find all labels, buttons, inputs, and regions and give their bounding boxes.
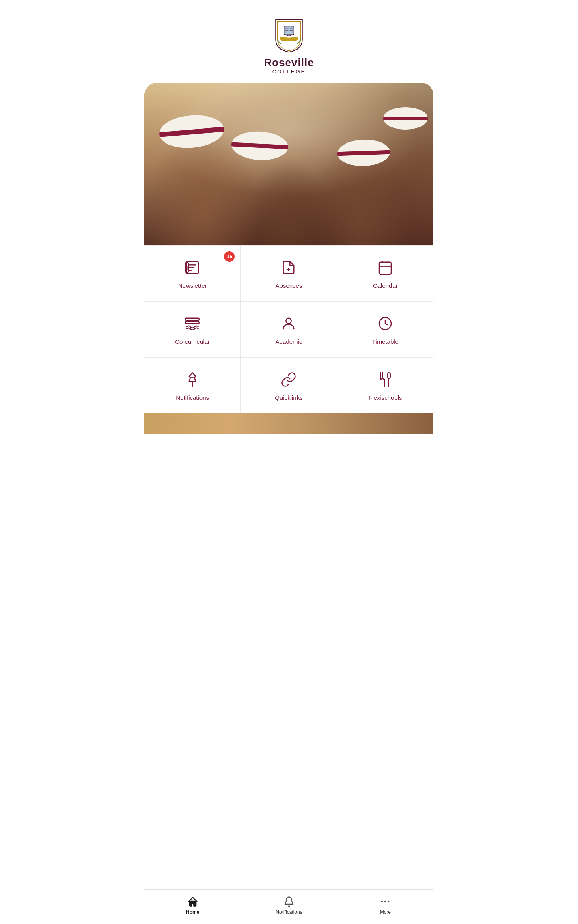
tile-co-curricular[interactable]: Co-curricular bbox=[144, 302, 241, 357]
menu-row-2: Co-curricular Academic Timetable bbox=[144, 301, 434, 357]
tile-timetable[interactable]: Timetable bbox=[337, 302, 434, 357]
calendar-icon bbox=[375, 258, 395, 277]
link-icon bbox=[279, 370, 298, 389]
flex-icon bbox=[375, 370, 395, 389]
tile-calendar[interactable]: Calendar bbox=[337, 246, 434, 301]
newspaper-icon bbox=[183, 258, 202, 277]
absences-label: Absences bbox=[276, 282, 302, 289]
timetable-label: Timetable bbox=[372, 338, 399, 345]
tile-flexischools[interactable]: Flexischools bbox=[337, 358, 434, 413]
clock-icon bbox=[375, 314, 395, 333]
hero-image bbox=[144, 83, 434, 245]
svg-rect-18 bbox=[185, 318, 199, 320]
header: Roseville COLLEGE bbox=[144, 0, 434, 83]
menu-row-1: 15 Newsletter bbox=[144, 245, 434, 301]
user-circle-icon bbox=[279, 314, 298, 333]
svg-rect-19 bbox=[185, 322, 199, 324]
menu-grid: 15 Newsletter bbox=[144, 245, 434, 413]
file-plus-icon bbox=[279, 258, 298, 277]
tile-notifications[interactable]: Notifications bbox=[144, 358, 241, 413]
pin-icon bbox=[183, 370, 202, 389]
tile-quicklinks[interactable]: Quicklinks bbox=[241, 358, 337, 413]
academic-label: Academic bbox=[276, 338, 302, 345]
notifications-label: Notifications bbox=[176, 394, 209, 401]
tile-absences[interactable]: Absences bbox=[241, 246, 337, 301]
pool-icon bbox=[183, 314, 202, 333]
calendar-label: Calendar bbox=[373, 282, 398, 289]
menu-row-3: Notifications Quicklinks bbox=[144, 357, 434, 413]
co-curricular-label: Co-curricular bbox=[175, 338, 210, 345]
quicklinks-label: Quicklinks bbox=[275, 394, 302, 401]
newsletter-label: Newsletter bbox=[178, 282, 207, 289]
newsletter-badge: 15 bbox=[224, 251, 235, 262]
hero-decoration bbox=[383, 107, 428, 130]
tile-academic[interactable]: Academic bbox=[241, 302, 337, 357]
school-subtitle: COLLEGE bbox=[272, 69, 306, 75]
school-name: Roseville bbox=[264, 57, 314, 69]
school-logo bbox=[271, 16, 307, 53]
bottom-image-strip bbox=[144, 413, 434, 434]
tile-newsletter[interactable]: 15 Newsletter bbox=[144, 246, 241, 301]
svg-rect-14 bbox=[379, 262, 391, 274]
flexischools-label: Flexischools bbox=[369, 394, 402, 401]
svg-point-20 bbox=[286, 318, 291, 323]
